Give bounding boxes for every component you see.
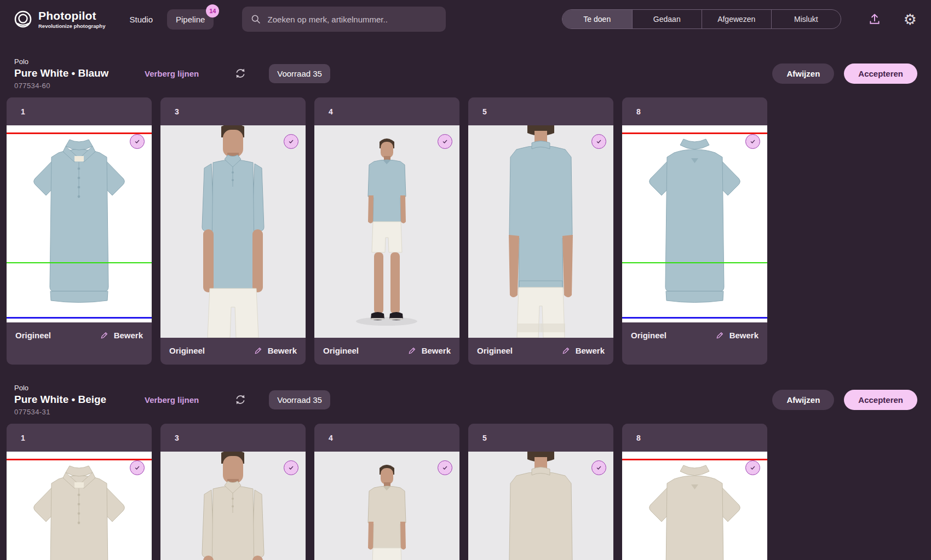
guide-line-red (7, 132, 152, 134)
upload-icon (867, 12, 882, 26)
reject-button[interactable]: Afwijzen (772, 390, 834, 410)
pipeline-count-badge: 14 (206, 4, 219, 18)
reject-button[interactable]: Afwijzen (772, 63, 834, 84)
pencil-icon (407, 346, 417, 355)
photo-card: 5 Origineel Bewerk (468, 97, 613, 365)
product-photo[interactable] (314, 125, 459, 338)
bewerk-label: Bewerk (268, 345, 297, 356)
filter-mislukt[interactable]: Mislukt (771, 10, 841, 28)
photo-index-bar: 5 (468, 424, 613, 452)
check-icon[interactable] (591, 134, 606, 149)
product-title: Pure White • Beige (14, 394, 145, 406)
gear-icon: ⚙ (904, 12, 917, 27)
card-footer: Origineel Bewerk (468, 338, 613, 365)
refresh-button[interactable] (234, 67, 247, 80)
accept-button[interactable]: Accepteren (844, 63, 917, 84)
refresh-icon (234, 393, 247, 406)
upload-button[interactable] (867, 12, 882, 26)
nav-studio[interactable]: Studio (122, 9, 160, 30)
origineel-label: Origineel (631, 330, 666, 341)
hide-lines-link[interactable]: Verberg lijnen (145, 69, 199, 78)
product-photo[interactable] (622, 452, 767, 560)
check-icon[interactable] (745, 460, 760, 475)
bewerk-button[interactable]: Bewerk (407, 345, 451, 356)
check-icon[interactable] (591, 460, 606, 475)
bewerk-button[interactable]: Bewerk (100, 330, 143, 341)
photo-index-bar: 1 (7, 97, 152, 125)
origineel-label: Origineel (477, 345, 513, 356)
bewerk-button[interactable]: Bewerk (561, 345, 605, 356)
stock-badge[interactable]: Voorraad 35 (269, 390, 330, 409)
product-photo[interactable] (468, 125, 613, 338)
product-photo[interactable] (7, 125, 152, 322)
photo-index-bar: 3 (160, 97, 306, 125)
guide-line-red (622, 132, 767, 134)
brand-name: Photopilot (38, 9, 105, 22)
pencil-icon (561, 346, 571, 355)
bewerk-button[interactable]: Bewerk (715, 330, 758, 341)
check-icon[interactable] (284, 460, 298, 475)
refresh-button[interactable] (234, 393, 247, 406)
search-icon (251, 14, 261, 25)
product-category: Polo (14, 384, 145, 392)
photo-card: 3 Origineel Bewerk (160, 97, 306, 365)
pencil-icon (100, 331, 109, 340)
check-icon[interactable] (284, 134, 298, 149)
product-photo[interactable] (160, 125, 306, 338)
hide-lines-link[interactable]: Verberg lijnen (145, 395, 199, 405)
guide-line-blue (622, 317, 767, 319)
photo-index-bar: 4 (314, 424, 459, 452)
photo-number: 1 (21, 107, 25, 116)
photo-number: 1 (21, 434, 25, 442)
brand[interactable]: Photopilot Revolutionize photography (13, 9, 105, 29)
filter-gedaan[interactable]: Gedaan (632, 10, 702, 28)
product-photo[interactable] (468, 452, 613, 560)
polo-model-back-illustration (468, 125, 613, 338)
photo-grid: 1 Origineel Bewerk 3 (0, 97, 931, 365)
guide-line-red (622, 459, 767, 460)
accept-button[interactable]: Accepteren (844, 390, 917, 410)
origineel-label: Origineel (323, 345, 359, 356)
photo-card: 8 Origineel Bewerk (622, 424, 767, 560)
search-input[interactable] (268, 15, 438, 24)
product-section-beige: Polo Pure White • Beige 077534-31 Verber… (0, 383, 931, 560)
photopilot-logo-icon (13, 9, 33, 29)
photo-index-bar: 5 (468, 97, 613, 125)
main-nav: Studio Pipeline 14 (122, 9, 214, 30)
check-icon[interactable] (438, 134, 452, 149)
filter-afgewezen[interactable]: Afgewezen (702, 10, 771, 28)
guide-line-blue (7, 317, 152, 319)
product-section-blauw: Polo Pure White • Blauw 077534-60 Verber… (0, 57, 931, 365)
filter-te-doen[interactable]: Te doen (562, 10, 632, 28)
photo-index-bar: 8 (622, 97, 767, 125)
check-icon[interactable] (438, 460, 452, 475)
bewerk-button[interactable]: Bewerk (254, 345, 297, 356)
photo-number: 5 (482, 434, 487, 442)
product-category: Polo (14, 57, 145, 66)
bewerk-label: Bewerk (114, 330, 143, 341)
check-icon[interactable] (745, 134, 760, 149)
settings-button[interactable]: ⚙ (904, 12, 917, 27)
search-bar[interactable] (242, 7, 446, 32)
product-photo[interactable] (314, 452, 459, 560)
pencil-icon (715, 331, 725, 340)
product-photo[interactable] (7, 452, 152, 560)
photo-index-bar: 8 (622, 424, 767, 452)
photo-card: 1 Origineel Bewerk (7, 97, 152, 365)
photo-number: 8 (636, 107, 641, 116)
check-icon[interactable] (130, 460, 145, 475)
refresh-icon (234, 67, 247, 80)
bewerk-label: Bewerk (422, 345, 451, 356)
check-icon[interactable] (130, 134, 145, 149)
photo-index-bar: 3 (160, 424, 306, 452)
product-photo[interactable] (622, 125, 767, 322)
pencil-icon (254, 346, 263, 355)
stock-badge[interactable]: Voorraad 35 (269, 64, 330, 83)
status-filter: Te doen Gedaan Afgewezen Mislukt (562, 9, 841, 29)
photo-number: 4 (329, 434, 333, 442)
nav-pipeline[interactable]: Pipeline 14 (167, 9, 214, 30)
product-photo[interactable] (160, 452, 306, 560)
card-footer: Origineel Bewerk (7, 322, 152, 365)
section-header: Polo Pure White • Blauw 077534-60 Verber… (0, 57, 931, 90)
photo-grid: 1 Origineel Bewerk 3 (0, 424, 931, 560)
